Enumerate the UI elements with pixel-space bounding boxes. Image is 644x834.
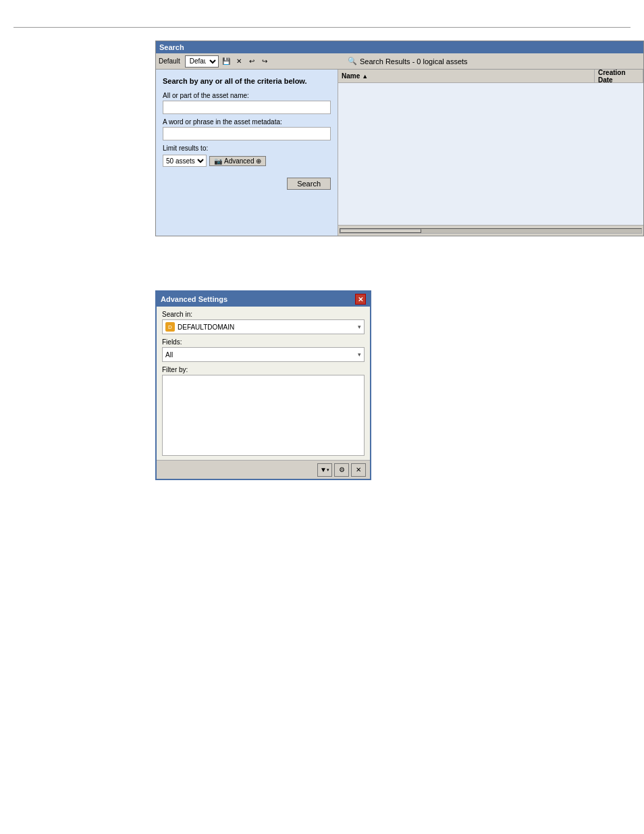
advanced-settings-dialog: Advanced Settings ✕ Search in: D DEFAULT… <box>155 290 371 480</box>
search-title-bar: Search <box>156 41 643 53</box>
adv-title-bar: Advanced Settings ✕ <box>157 292 370 307</box>
search-in-label: Search in: <box>162 311 365 318</box>
column-name[interactable]: Name ▲ <box>338 70 595 82</box>
toolbar-save-icon[interactable]: 💾 <box>221 56 232 67</box>
camera-icon: 📷 <box>214 157 222 165</box>
advanced-button[interactable]: 📷 Advanced ⊕ <box>209 156 266 166</box>
search-toolbar: Default Default 💾 ✕ ↩ ↪ 🔍 Search Results… <box>156 53 643 70</box>
scroll-thumb[interactable] <box>340 229 421 233</box>
domain-icon: D <box>165 322 175 332</box>
limit-row: 50 assets 10 assets 25 assets 100 assets… <box>163 155 331 167</box>
adv-close-icon: ✕ <box>358 296 363 303</box>
filter-btn-icon: ▼ <box>320 466 327 473</box>
asset-name-input[interactable] <box>163 101 331 114</box>
adv-close-button[interactable]: ✕ <box>355 294 366 305</box>
search-results-text: Search Results - 0 logical assets <box>360 57 468 66</box>
search-button[interactable]: Search <box>287 178 331 190</box>
column-creation-date[interactable]: Creation Date <box>595 70 643 82</box>
domain-value: DEFAULTDOMAIN <box>178 323 355 331</box>
limit-section: Limit results to: 50 assets 10 assets 25… <box>163 145 331 167</box>
toolbar-right-section: 🔍 Search Results - 0 logical assets <box>341 57 641 66</box>
metadata-section: A word or phrase in the asset metadata: <box>163 118 331 140</box>
results-body <box>338 83 643 225</box>
date-col-label: Creation Date <box>598 69 639 84</box>
toolbar-close-icon[interactable]: ✕ <box>234 56 244 67</box>
fields-label: Fields: <box>162 338 365 346</box>
name-col-label: Name <box>342 72 360 80</box>
limit-select[interactable]: 50 assets 10 assets 25 assets 100 assets… <box>163 155 207 167</box>
domain-chevron-icon: ▾ <box>358 323 361 330</box>
metadata-input[interactable] <box>163 127 331 140</box>
filter-by-label: Filter by: <box>162 366 365 373</box>
search-criteria-heading: Search by any or all of the criteria bel… <box>163 76 331 86</box>
search-right-panel: Name ▲ Creation Date <box>338 70 643 236</box>
asset-name-section: All or part of the asset name: <box>163 92 331 114</box>
search-main-content: Search by any or all of the criteria bel… <box>156 70 643 236</box>
toolbar-preset-select[interactable]: Default <box>185 55 219 68</box>
name-sort-arrow: ▲ <box>362 73 368 80</box>
toolbar-left-section: Default Default 💾 ✕ ↩ ↪ <box>159 55 341 68</box>
fields-select[interactable]: All ▾ <box>162 347 365 362</box>
search-in-select[interactable]: D DEFAULTDOMAIN ▾ <box>162 319 365 334</box>
results-header: Name ▲ Creation Date <box>338 70 643 83</box>
advanced-expand-icon: ⊕ <box>256 157 261 165</box>
filter-by-section: Filter by: <box>162 366 365 456</box>
horizontal-scrollbar[interactable] <box>338 225 643 236</box>
top-divider <box>14 27 630 28</box>
fields-chevron-icon: ▾ <box>358 351 361 358</box>
toolbar-default-label: Default <box>159 57 180 65</box>
fields-section: Fields: All ▾ <box>162 338 365 362</box>
scroll-track[interactable] <box>340 228 642 234</box>
toolbar-undo-icon[interactable]: ↩ <box>246 56 257 67</box>
search-window: Search Default Default 💾 ✕ ↩ ↪ 🔍 Search … <box>155 41 644 236</box>
filter-btn-dropdown-icon: ▾ <box>327 467 329 473</box>
filter-area[interactable] <box>162 375 365 456</box>
fields-value: All <box>165 351 355 359</box>
asset-name-label: All or part of the asset name: <box>163 92 331 99</box>
adv-filter-btn[interactable]: ▼ ▾ <box>317 463 332 477</box>
adv-footer: ▼ ▾ ⚙ ✕ <box>157 460 370 479</box>
adv-dialog-body: Search in: D DEFAULTDOMAIN ▾ Fields: All… <box>157 307 370 460</box>
search-results-icon: 🔍 <box>348 57 357 66</box>
search-results-label-group: 🔍 Search Results - 0 logical assets <box>348 57 468 66</box>
search-window-title: Search <box>159 43 184 51</box>
adv-dialog-title: Advanced Settings <box>161 295 227 303</box>
search-button-row: Search <box>163 178 331 190</box>
adv-delete-btn[interactable]: ✕ <box>351 463 366 477</box>
delete-icon: ✕ <box>356 466 361 473</box>
search-in-section: Search in: D DEFAULTDOMAIN ▾ <box>162 311 365 334</box>
advanced-btn-label: Advanced <box>224 157 254 165</box>
settings-icon: ⚙ <box>339 466 345 473</box>
adv-settings-btn[interactable]: ⚙ <box>334 463 349 477</box>
metadata-label: A word or phrase in the asset metadata: <box>163 118 331 126</box>
limit-label: Limit results to: <box>163 145 331 152</box>
toolbar-redo-icon[interactable]: ↪ <box>259 56 270 67</box>
search-left-panel: Search by any or all of the criteria bel… <box>156 70 338 236</box>
